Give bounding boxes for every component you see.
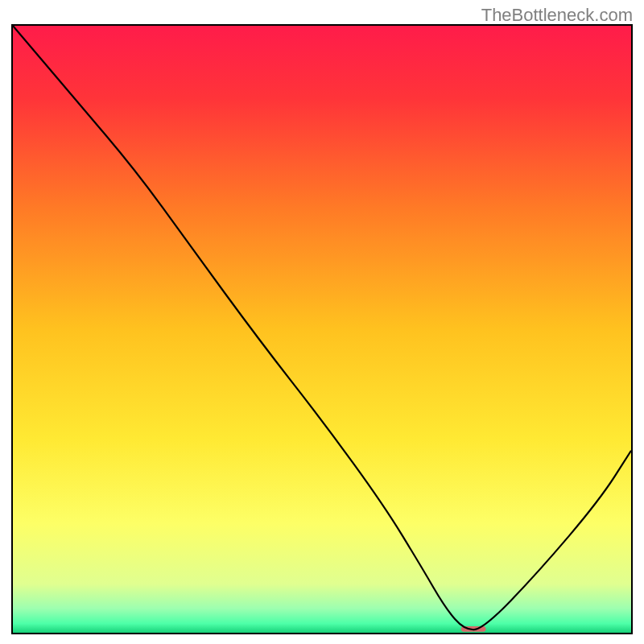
chart-frame <box>11 24 633 634</box>
watermark-text: TheBottleneck.com <box>481 5 633 26</box>
chart-gradient-bg <box>13 26 631 633</box>
chart-plot-area <box>13 26 631 633</box>
chart-svg <box>13 26 631 633</box>
